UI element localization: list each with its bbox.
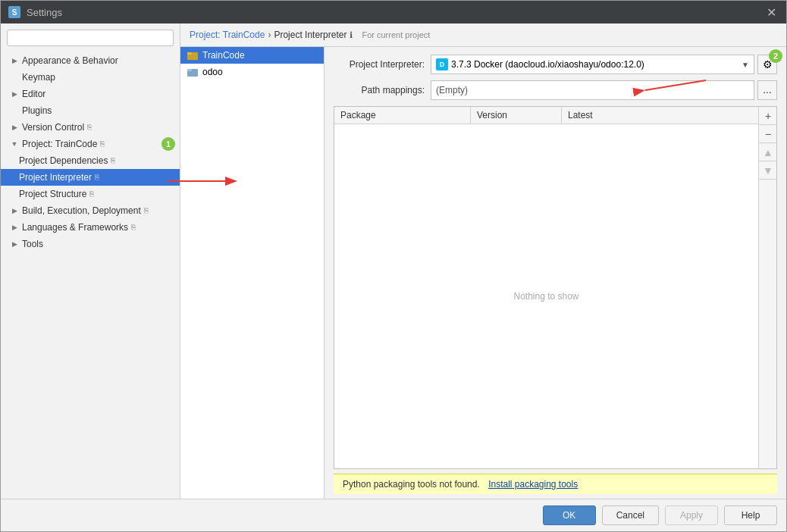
svg-rect-3: [187, 69, 192, 71]
path-control: (Empty) …: [431, 80, 777, 100]
warning-text: Python packaging tools not found.: [343, 479, 480, 490]
copy-icon: ⎘: [87, 123, 96, 132]
copy-icon: ⎘: [111, 156, 120, 165]
sidebar-item-label: Appearance & Behavior: [22, 55, 118, 66]
sidebar-item-project-structure[interactable]: Project Structure ⎘: [1, 186, 180, 202]
copy-icon: ⎘: [95, 173, 104, 182]
search-box: [1, 23, 180, 52]
arrow-icon: ▶: [10, 239, 19, 249]
breadcrumb-separator: ›: [268, 30, 271, 40]
col-latest[interactable]: Latest: [562, 107, 758, 124]
interpreter-select-text: D 3.7.3 Docker (daocloud.io/xiaoshayu/od…: [436, 58, 644, 70]
move-down-button[interactable]: ▼: [759, 161, 777, 180]
col-package[interactable]: Package: [334, 107, 471, 124]
sidebar-item-label: Plugins: [22, 105, 52, 116]
tree-item-label: TrainCode: [202, 50, 245, 61]
arrow-icon: ▶: [10, 206, 19, 215]
annotation-2: 2: [769, 49, 782, 63]
interpreter-row: Project Interpreter: D 3.7.3 Docker (dao…: [334, 55, 777, 74]
docker-icon: D: [436, 58, 448, 70]
sidebar-item-label: Editor: [22, 89, 45, 99]
sidebar-item-label: Project Dependencies: [19, 155, 108, 166]
arrow-icon: ▶: [10, 123, 19, 132]
info-icon: ℹ: [350, 30, 353, 40]
sidebar-item-keymap[interactable]: Keymap: [1, 69, 180, 86]
remove-package-button[interactable]: −: [759, 125, 777, 143]
interpreter-gear-button[interactable]: ⚙ 2: [757, 55, 777, 74]
interpreter-value: 3.7.3 Docker (daocloud.io/xiaoshayu/odoo…: [451, 59, 644, 70]
copy-icon: ⎘: [89, 189, 99, 199]
sidebar-item-project-traincode[interactable]: ▼ Project: TrainCode ⎘ 1: [1, 136, 180, 152]
sidebar-item-project-dependencies[interactable]: Project Dependencies ⎘: [1, 152, 180, 169]
arrow-icon: ▶: [10, 89, 19, 99]
sidebar-item-languages[interactable]: ▶ Languages & Frameworks ⎘: [1, 219, 180, 236]
project-tree: TrainCode odoo: [180, 47, 325, 499]
apply-button[interactable]: Apply: [665, 505, 718, 525]
ok-button[interactable]: OK: [543, 505, 596, 525]
folder-icon: [187, 49, 199, 61]
sidebar-item-label: Keymap: [22, 72, 55, 83]
breadcrumb-note: For current project: [362, 30, 430, 39]
install-tools-link[interactable]: Install packaging tools: [488, 479, 578, 490]
window-icon: S: [8, 6, 20, 18]
breadcrumb-project-link[interactable]: Project: TrainCode: [190, 30, 265, 40]
sidebar-item-label: Build, Execution, Deployment: [22, 205, 141, 216]
sidebar-item-editor[interactable]: ▶ Editor: [1, 86, 180, 102]
sidebar-item-label: Project Structure: [19, 189, 86, 199]
breadcrumb: Project: TrainCode › Project Interpreter…: [180, 23, 786, 47]
sidebar-item-build-execution[interactable]: ▶ Build, Execution, Deployment ⎘: [1, 202, 180, 219]
packages-table: Package Version Latest Nothing to show: [334, 107, 758, 468]
spacer: [10, 73, 19, 82]
interpreter-select[interactable]: D 3.7.3 Docker (daocloud.io/xiaoshayu/od…: [431, 55, 754, 74]
right-panel: Project: TrainCode › Project Interpreter…: [180, 23, 786, 499]
sidebar-item-tools[interactable]: ▶ Tools: [1, 236, 180, 252]
sidebar-item-appearance[interactable]: ▶ Appearance & Behavior: [1, 52, 180, 69]
tree-item-traincode[interactable]: TrainCode: [180, 47, 324, 64]
dropdown-arrow-icon: ▼: [742, 61, 749, 69]
warning-bar: Python packaging tools not found. Instal…: [334, 474, 777, 494]
sidebar-item-label: Tools: [22, 239, 43, 249]
sidebar-item-project-interpreter[interactable]: Project Interpreter ⎘: [1, 169, 180, 186]
sidebar-item-label: Project: TrainCode: [22, 139, 97, 149]
tree-item-odoo[interactable]: odoo: [180, 64, 324, 80]
sidebar-item-label: Project Interpreter: [19, 172, 92, 183]
interpreter-panel: Project Interpreter: D 3.7.3 Docker (dao…: [325, 47, 786, 499]
copy-icon: ⎘: [100, 139, 109, 149]
sidebar-item-version-control[interactable]: ▶ Version Control ⎘: [1, 119, 180, 136]
project-panel: TrainCode odoo: [180, 47, 786, 499]
interpreter-form: Project Interpreter: D 3.7.3 Docker (dao…: [325, 47, 786, 106]
tree-item-label: odoo: [202, 67, 223, 77]
sidebar-item-label: Languages & Frameworks: [22, 222, 128, 233]
packages-area: Package Version Latest Nothing to show +…: [334, 106, 777, 469]
breadcrumb-current: Project Interpreter: [274, 30, 346, 40]
add-package-button[interactable]: +: [759, 107, 777, 125]
empty-text: Nothing to show: [513, 291, 578, 302]
folder-icon: [187, 66, 199, 78]
path-mappings-row: Path mappings: (Empty) …: [334, 80, 777, 100]
titlebar: S Settings ✕: [1, 1, 786, 23]
nav-tree: ▶ Appearance & Behavior Keymap ▶ Editor …: [1, 52, 180, 499]
interpreter-label: Project Interpreter:: [334, 59, 425, 70]
copy-icon: ⎘: [144, 206, 153, 215]
close-button[interactable]: ✕: [763, 5, 779, 20]
copy-icon: ⎘: [131, 223, 140, 232]
window-title: Settings: [27, 7, 763, 18]
cancel-button[interactable]: Cancel: [602, 505, 659, 525]
search-input[interactable]: [7, 30, 174, 46]
annotation-1: 1: [161, 137, 175, 151]
col-version[interactable]: Version: [471, 107, 562, 124]
path-label: Path mappings:: [334, 85, 425, 95]
sidebar-item-plugins[interactable]: Plugins: [1, 102, 180, 119]
svg-rect-1: [187, 52, 192, 55]
arrow-icon: ▼: [10, 139, 19, 149]
move-up-button[interactable]: ▲: [759, 143, 777, 161]
path-browse-button[interactable]: …: [757, 80, 777, 100]
footer: OK Cancel Apply Help: [1, 499, 786, 531]
help-button[interactable]: Help: [724, 505, 777, 525]
path-value: (Empty): [431, 80, 754, 100]
spacer: [10, 106, 19, 115]
sidebar: ▶ Appearance & Behavior Keymap ▶ Editor …: [1, 23, 180, 499]
table-action-buttons: + − ▲ ▼: [758, 107, 776, 468]
main-content: ▶ Appearance & Behavior Keymap ▶ Editor …: [1, 23, 786, 499]
arrow-icon: ▶: [10, 56, 19, 65]
